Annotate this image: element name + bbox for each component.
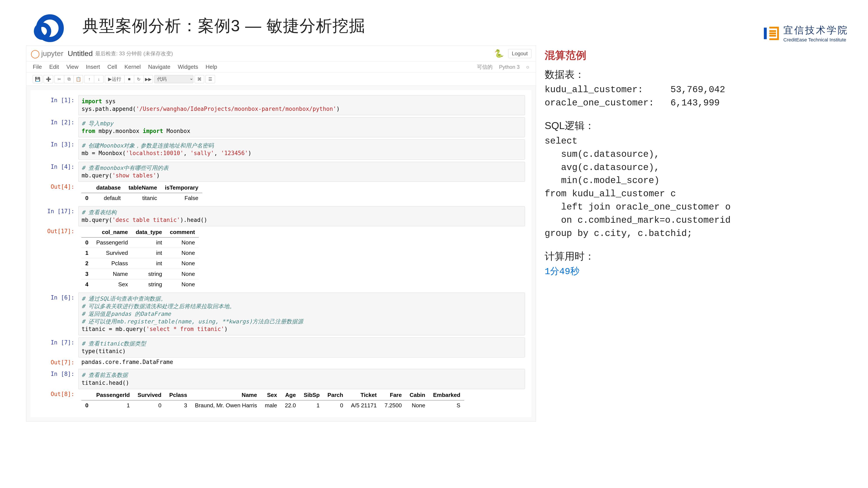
menu-navigate[interactable]: Navigate [148,64,170,70]
cell-output: PassengerIdSurvivedPclassNameSexAgeSibSp… [78,389,525,412]
checkpoint-text: 最后检查: 33 分钟前 (未保存改变) [95,50,173,57]
logo-icon [26,13,69,39]
celltype-select[interactable]: 代码 [154,75,193,83]
table1-row: kudu_all_customer: 53,769,042 [545,83,842,97]
save-icon[interactable]: 💾 [33,75,42,83]
restart-icon[interactable]: ↻ [134,75,144,83]
notebook-title[interactable]: Untitled [68,49,93,58]
code-input[interactable]: # 查看moonbox中有哪些可用的表 mb.query('show table… [78,162,525,182]
svg-point-1 [36,25,49,38]
menu-edit[interactable]: Edit [49,64,59,70]
code-input[interactable]: # 查看表结构 mb.query('desc table titanic').h… [78,206,525,226]
in-prompt: In [2]: [31,117,78,126]
code-cell[interactable]: In [4]:# 查看moonbox中有哪些可用的表 mb.query('sho… [31,161,531,205]
sql-label: SQL逻辑： [545,119,842,133]
tables-label: 数据表： [545,67,842,82]
move-down-icon[interactable]: ↓ [94,75,103,83]
in-prompt: In [4]: [31,162,78,170]
brand-zh: 宜信技术学院 [783,24,848,37]
out-prompt: Out[7]: [31,357,78,366]
menu-kernel[interactable]: Kernel [124,64,141,70]
time-value: 1分49秒 [545,265,842,279]
code-input[interactable]: # 查看titanic数据类型 type(titanic) [78,337,525,357]
code-cell[interactable]: In [8]:# 查看前五条数据 titanic.head()Out[8]:Pa… [31,368,531,412]
in-prompt: In [6]: [31,293,78,301]
code-input[interactable]: # 导入mbpy from mbpy.moonbox import Moonbo… [78,117,525,137]
explanation-panel: 混算范例 数据表： kudu_all_customer: 53,769,042 … [545,45,842,422]
stop-icon[interactable]: ■ [124,75,134,83]
copy-icon[interactable]: ⧉ [64,75,73,83]
menu-file[interactable]: File [33,64,42,70]
jupyter-notebook: ◯ jupyter Untitled 最后检查: 33 分钟前 (未保存改变) … [26,45,536,422]
sql-code: select sum(c.datasource), avg(c.datasour… [545,135,842,240]
table2-row: oracle_one_customer: 6,143,999 [545,97,842,110]
code-input[interactable]: # 查看前五条数据 titanic.head() [78,369,525,389]
menubar: FileEditViewInsertCellKernelNavigateWidg… [26,61,536,73]
menu-widgets[interactable]: Widgets [178,64,198,70]
in-prompt: In [8]: [31,369,78,377]
run-button[interactable]: ▶ 运行 [105,75,124,83]
code-cell[interactable]: In [6]:# 通过SQL语句查表中查询数据。 # 可以多表关联进行数据清洗和… [31,292,531,336]
cut-icon[interactable]: ✂ [55,75,64,83]
command-palette-icon[interactable]: ⌘ [195,75,204,83]
in-prompt: In [17]: [31,206,78,215]
notebook-cells: In [1]:import sys sys.path.append('/User… [31,90,531,417]
kernel-status-icon: ○ [526,64,529,70]
cell-output: col_namedata_typecomment0PassengerIdintN… [78,226,525,290]
code-cell[interactable]: In [7]:# 查看titanic数据类型 type(titanic)Out[… [31,336,531,368]
in-prompt: In [1]: [31,95,78,103]
code-cell[interactable]: In [1]:import sys sys.path.append('/User… [31,94,531,116]
out-prompt: Out[17]: [31,226,78,234]
time-label: 计算用时： [545,249,842,263]
logout-button[interactable]: Logout [508,49,531,58]
python-icon: 🐍 [494,49,504,58]
jupyter-logo[interactable]: ◯ jupyter [31,49,63,58]
toolbar: 💾 ➕ ✂ ⧉ 📋 ↑ ↓ ▶ 运行 ■ ↻ ▶▶ 代码 ⌘ ☰ [26,73,536,86]
code-input[interactable]: # 通过SQL语句查表中查询数据。 # 可以多表关联进行数据清洗和处理之后将结果… [78,293,525,335]
svg-rect-2 [764,28,767,39]
out-prompt: Out[8]: [31,389,78,397]
notebook-header: ◯ jupyter Untitled 最后检查: 33 分钟前 (未保存改变) … [26,46,536,61]
cell-output: databasetableNameisTemporary0defaulttita… [78,182,525,204]
slide-header: 典型案例分析：案例3 — 敏捷分析挖掘 宜信技术学院 CreditEase Te… [0,0,868,45]
brand-en: CreditEase Technical Institute [783,37,848,43]
add-cell-icon[interactable]: ➕ [43,75,53,83]
code-cell[interactable]: In [17]:# 查看表结构 mb.query('desc table tit… [31,205,531,291]
trusted-indicator[interactable]: 可信的 [477,64,493,70]
menu-cell[interactable]: Cell [107,64,117,70]
in-prompt: In [3]: [31,139,78,148]
jupyter-logo-text: jupyter [41,49,63,58]
code-cell[interactable]: In [2]:# 导入mbpy from mbpy.moonbox import… [31,117,531,138]
move-up-icon[interactable]: ↑ [85,75,94,83]
brand: 宜信技术学院 CreditEase Technical Institute [762,24,848,43]
brand-icon [762,25,779,42]
code-input[interactable]: import sys sys.path.append('/Users/wangh… [78,95,525,115]
slide-title: 典型案例分析：案例3 — 敏捷分析挖掘 [83,15,365,37]
kernel-name[interactable]: Python 3 [499,64,520,70]
code-input[interactable]: # 创建Moonbox对象，参数是连接地址和用户名密码 mb = Moonbox… [78,139,525,159]
jupyter-icon: ◯ [31,49,40,58]
code-cell[interactable]: In [3]:# 创建Moonbox对象，参数是连接地址和用户名密码 mb = … [31,139,531,160]
panel-title: 混算范例 [545,48,842,63]
menu-insert[interactable]: Insert [86,64,100,70]
paste-icon[interactable]: 📋 [73,75,83,83]
menu-help[interactable]: Help [206,64,217,70]
cell-output: pandas.core.frame.DataFrame [78,357,525,367]
cellbar-icon[interactable]: ☰ [206,75,215,83]
in-prompt: In [7]: [31,337,78,346]
menu-view[interactable]: View [66,64,79,70]
fast-forward-icon[interactable]: ▶▶ [144,75,153,83]
out-prompt: Out[4]: [31,182,78,190]
